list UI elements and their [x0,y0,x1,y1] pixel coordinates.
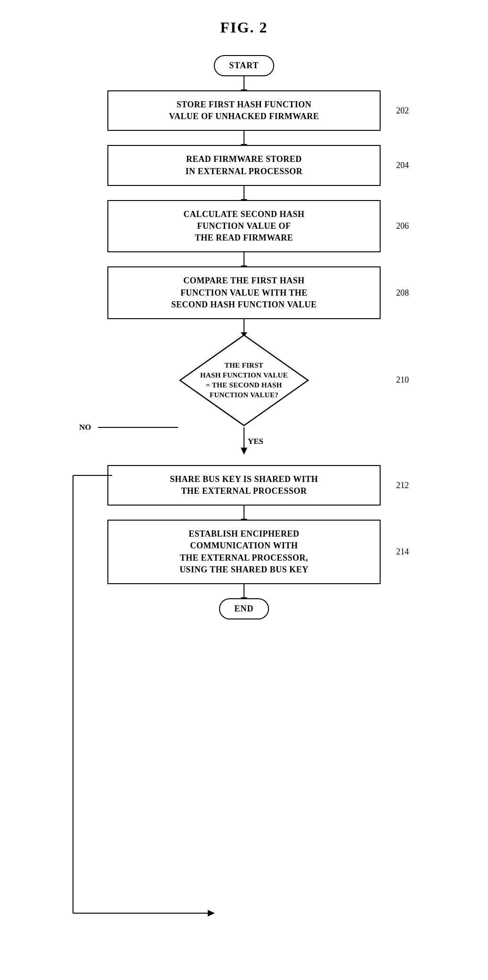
step-212-label: 212 [396,481,409,490]
routing-svg: YES NO [65,427,423,465]
step-208-wrapper: COMPARE THE FIRST HASHFUNCTION VALUE WIT… [56,266,432,319]
arrow-4 [244,252,244,266]
end-terminal: END [219,598,268,619]
step-214-wrapper: ESTABLISH ENCIPHEREDCOMMUNICATION WITHTH… [56,520,432,584]
step-204-box: READ FIRMWARE STOREDIN EXTERNAL PROCESSO… [107,145,381,185]
step-204-label: 204 [396,161,409,170]
step-202-wrapper: STORE FIRST HASH FUNCTIONVALUE OF UNHACK… [56,90,432,131]
step-210-diamond: THE FIRSTHASH FUNCTION VALUE= THE SECOND… [178,333,310,427]
step-202-label: 202 [396,106,409,116]
svg-marker-2 [241,448,247,455]
step-206-box: CALCULATE SECOND HASHFUNCTION VALUE OFTH… [107,200,381,253]
step-206-wrapper: CALCULATE SECOND HASHFUNCTION VALUE OFTH… [56,200,432,253]
step-204-text: READ FIRMWARE STOREDIN EXTERNAL PROCESSO… [186,154,303,176]
step-214-text: ESTABLISH ENCIPHEREDCOMMUNICATION WITHTH… [179,529,309,574]
arrow-6 [244,506,244,520]
step-206-text: CALCULATE SECOND HASHFUNCTION VALUE OFTH… [183,209,304,242]
step-210-label: 210 [396,375,409,385]
step-206-label: 206 [396,221,409,231]
step-210-container: THE FIRSTHASH FUNCTION VALUE= THE SECOND… [56,333,432,427]
step-204-wrapper: READ FIRMWARE STOREDIN EXTERNAL PROCESSO… [56,145,432,185]
arrow-5 [244,319,244,333]
step-202-box: STORE FIRST HASH FUNCTIONVALUE OF UNHACK… [107,90,381,131]
svg-marker-9 [208,910,215,916]
end-terminal-wrapper: END [56,598,432,619]
step-208-label: 208 [396,288,409,298]
step-214-box: ESTABLISH ENCIPHEREDCOMMUNICATION WITHTH… [107,520,381,584]
step-212-text: SHARE BUS KEY IS SHARED WITHTHE EXTERNAL… [170,474,318,496]
arrow-3 [244,186,244,200]
start-terminal: START [214,55,274,76]
step-208-text: COMPARE THE FIRST HASHFUNCTION VALUE WIT… [171,276,317,309]
step-208-box: COMPARE THE FIRST HASHFUNCTION VALUE WIT… [107,266,381,319]
step-214-label: 214 [396,547,409,557]
step-212-wrapper: SHARE BUS KEY IS SHARED WITHTHE EXTERNAL… [56,465,432,506]
svg-text:YES: YES [248,437,263,446]
step-212-box: SHARE BUS KEY IS SHARED WITHTHE EXTERNAL… [107,465,381,506]
flowchart: START STORE FIRST HASH FUNCTIONVALUE OF … [56,55,432,619]
step-202-text: STORE FIRST HASH FUNCTIONVALUE OF UNHACK… [169,100,319,121]
arrow-1 [244,76,244,90]
figure-title: FIG. 2 [220,19,268,36]
step-210-text: THE FIRSTHASH FUNCTION VALUE= THE SECOND… [191,361,297,400]
start-terminal-wrapper: START [56,55,432,76]
arrow-7 [244,584,244,598]
arrow-2 [244,131,244,145]
